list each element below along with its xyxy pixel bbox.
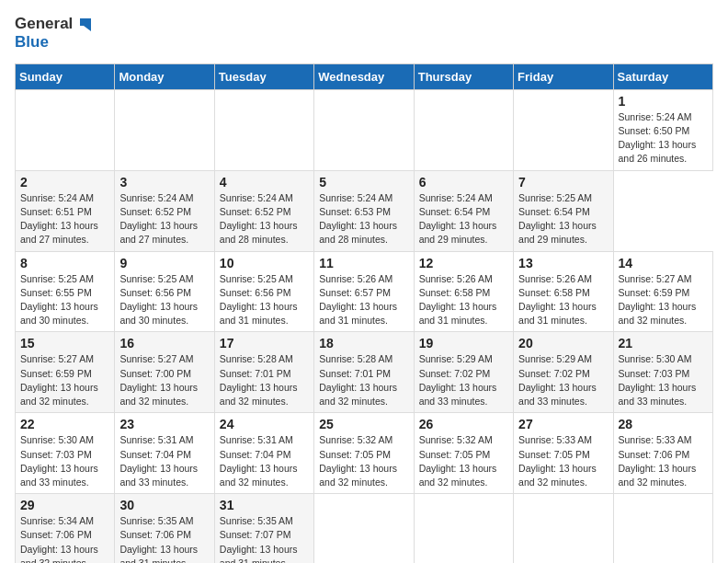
empty-cell [613, 494, 712, 563]
header-tuesday: Tuesday [214, 63, 313, 89]
day-info: Sunrise: 5:31 AMSunset: 7:04 PMDaylight:… [220, 433, 309, 489]
day-cell-21: 21Sunrise: 5:30 AMSunset: 7:03 PMDayligh… [613, 332, 712, 413]
day-number: 19 [419, 336, 508, 350]
day-info: Sunrise: 5:34 AMSunset: 7:06 PMDaylight:… [20, 514, 109, 563]
week-row-6: 29Sunrise: 5:34 AMSunset: 7:06 PMDayligh… [16, 494, 713, 563]
header-wednesday: Wednesday [314, 63, 414, 89]
day-cell-31: 31Sunrise: 5:35 AMSunset: 7:07 PMDayligh… [214, 494, 313, 563]
day-cell-9: 9Sunrise: 5:25 AMSunset: 6:56 PMDaylight… [115, 251, 214, 332]
day-cell-28: 28Sunrise: 5:33 AMSunset: 7:06 PMDayligh… [613, 413, 712, 494]
header-sunday: Sunday [16, 63, 115, 89]
header-friday: Friday [514, 63, 613, 89]
day-number: 22 [20, 417, 109, 431]
header-monday: Monday [115, 63, 214, 89]
day-info: Sunrise: 5:26 AMSunset: 6:58 PMDaylight:… [518, 272, 608, 328]
day-number: 10 [220, 256, 309, 270]
svg-marker-1 [84, 26, 91, 31]
day-number: 27 [518, 417, 608, 431]
header: General Blue [15, 15, 713, 52]
day-number: 9 [119, 256, 209, 270]
day-cell-17: 17Sunrise: 5:28 AMSunset: 7:01 PMDayligh… [214, 332, 313, 413]
day-number: 25 [319, 417, 408, 431]
day-number: 5 [319, 175, 408, 190]
day-cell-3: 3Sunrise: 5:24 AMSunset: 6:52 PMDaylight… [115, 170, 214, 251]
svg-marker-0 [80, 18, 91, 26]
day-cell-14: 14Sunrise: 5:27 AMSunset: 6:59 PMDayligh… [613, 251, 712, 332]
day-number: 29 [20, 498, 109, 512]
day-number: 31 [220, 498, 309, 512]
day-info: Sunrise: 5:29 AMSunset: 7:02 PMDaylight:… [518, 352, 608, 408]
logo: General Blue [15, 15, 91, 52]
day-info: Sunrise: 5:25 AMSunset: 6:55 PMDaylight:… [20, 272, 109, 328]
day-number: 11 [319, 256, 408, 270]
day-info: Sunrise: 5:24 AMSunset: 6:52 PMDaylight:… [220, 191, 309, 247]
calendar-table: SundayMondayTuesdayWednesdayThursdayFrid… [15, 63, 713, 563]
week-row-3: 8Sunrise: 5:25 AMSunset: 6:55 PMDaylight… [16, 251, 713, 332]
day-cell-23: 23Sunrise: 5:31 AMSunset: 7:04 PMDayligh… [115, 413, 214, 494]
day-info: Sunrise: 5:24 AMSunset: 6:50 PMDaylight:… [619, 110, 708, 167]
day-number: 6 [419, 175, 508, 190]
day-cell-16: 16Sunrise: 5:27 AMSunset: 7:00 PMDayligh… [115, 332, 214, 413]
day-cell-8: 8Sunrise: 5:25 AMSunset: 6:55 PMDaylight… [16, 251, 115, 332]
day-info: Sunrise: 5:30 AMSunset: 7:03 PMDaylight:… [20, 433, 109, 489]
day-number: 1 [619, 94, 708, 109]
day-info: Sunrise: 5:27 AMSunset: 7:00 PMDaylight:… [119, 352, 209, 408]
day-info: Sunrise: 5:25 AMSunset: 6:56 PMDaylight:… [220, 272, 309, 328]
week-row-4: 15Sunrise: 5:27 AMSunset: 6:59 PMDayligh… [16, 332, 713, 413]
day-cell-13: 13Sunrise: 5:26 AMSunset: 6:58 PMDayligh… [514, 251, 613, 332]
day-number: 20 [518, 336, 608, 350]
day-number: 4 [220, 175, 309, 190]
day-number: 12 [419, 256, 508, 270]
day-cell-29: 29Sunrise: 5:34 AMSunset: 7:06 PMDayligh… [16, 494, 115, 563]
empty-cell [16, 89, 115, 170]
day-cell-18: 18Sunrise: 5:28 AMSunset: 7:01 PMDayligh… [314, 332, 414, 413]
empty-cell [314, 494, 414, 563]
day-info: Sunrise: 5:25 AMSunset: 6:54 PMDaylight:… [518, 191, 608, 247]
empty-cell [115, 89, 214, 170]
day-number: 15 [20, 336, 109, 350]
day-info: Sunrise: 5:29 AMSunset: 7:02 PMDaylight:… [419, 352, 508, 408]
logo-text-block: General Blue [15, 15, 91, 52]
day-cell-15: 15Sunrise: 5:27 AMSunset: 6:59 PMDayligh… [16, 332, 115, 413]
day-cell-25: 25Sunrise: 5:32 AMSunset: 7:05 PMDayligh… [314, 413, 414, 494]
day-info: Sunrise: 5:31 AMSunset: 7:04 PMDaylight:… [119, 433, 209, 489]
day-cell-24: 24Sunrise: 5:31 AMSunset: 7:04 PMDayligh… [214, 413, 313, 494]
week-row-2: 2Sunrise: 5:24 AMSunset: 6:51 PMDaylight… [16, 170, 713, 251]
day-cell-7: 7Sunrise: 5:25 AMSunset: 6:54 PMDaylight… [514, 170, 613, 251]
day-number: 14 [619, 256, 708, 270]
week-row-1: 1Sunrise: 5:24 AMSunset: 6:50 PMDaylight… [16, 89, 713, 170]
day-number: 21 [619, 336, 708, 350]
day-number: 24 [220, 417, 309, 431]
empty-cell [514, 494, 613, 563]
day-info: Sunrise: 5:28 AMSunset: 7:01 PMDaylight:… [220, 352, 309, 408]
logo-general: General [15, 15, 91, 33]
day-cell-11: 11Sunrise: 5:26 AMSunset: 6:57 PMDayligh… [314, 251, 414, 332]
day-info: Sunrise: 5:28 AMSunset: 7:01 PMDaylight:… [319, 352, 408, 408]
day-cell-12: 12Sunrise: 5:26 AMSunset: 6:58 PMDayligh… [414, 251, 513, 332]
day-number: 18 [319, 336, 408, 350]
day-cell-26: 26Sunrise: 5:32 AMSunset: 7:05 PMDayligh… [414, 413, 513, 494]
day-cell-4: 4Sunrise: 5:24 AMSunset: 6:52 PMDaylight… [214, 170, 313, 251]
day-info: Sunrise: 5:25 AMSunset: 6:56 PMDaylight:… [119, 272, 209, 328]
day-info: Sunrise: 5:27 AMSunset: 6:59 PMDaylight:… [20, 352, 109, 408]
day-cell-30: 30Sunrise: 5:35 AMSunset: 7:06 PMDayligh… [115, 494, 214, 563]
header-thursday: Thursday [414, 63, 513, 89]
empty-cell [514, 89, 613, 170]
day-number: 7 [518, 175, 608, 190]
empty-cell [414, 89, 513, 170]
day-cell-2: 2Sunrise: 5:24 AMSunset: 6:51 PMDaylight… [16, 170, 115, 251]
empty-cell [414, 494, 513, 563]
day-number: 8 [20, 256, 109, 270]
day-info: Sunrise: 5:24 AMSunset: 6:51 PMDaylight:… [20, 191, 109, 247]
empty-cell [214, 89, 313, 170]
day-info: Sunrise: 5:32 AMSunset: 7:05 PMDaylight:… [419, 433, 508, 489]
day-info: Sunrise: 5:33 AMSunset: 7:05 PMDaylight:… [518, 433, 608, 489]
day-cell-27: 27Sunrise: 5:33 AMSunset: 7:05 PMDayligh… [514, 413, 613, 494]
empty-cell [314, 89, 414, 170]
day-number: 30 [119, 498, 209, 512]
day-cell-6: 6Sunrise: 5:24 AMSunset: 6:54 PMDaylight… [414, 170, 513, 251]
day-info: Sunrise: 5:35 AMSunset: 7:06 PMDaylight:… [119, 514, 209, 563]
day-cell-5: 5Sunrise: 5:24 AMSunset: 6:53 PMDaylight… [314, 170, 414, 251]
day-info: Sunrise: 5:26 AMSunset: 6:57 PMDaylight:… [319, 272, 408, 328]
day-cell-10: 10Sunrise: 5:25 AMSunset: 6:56 PMDayligh… [214, 251, 313, 332]
